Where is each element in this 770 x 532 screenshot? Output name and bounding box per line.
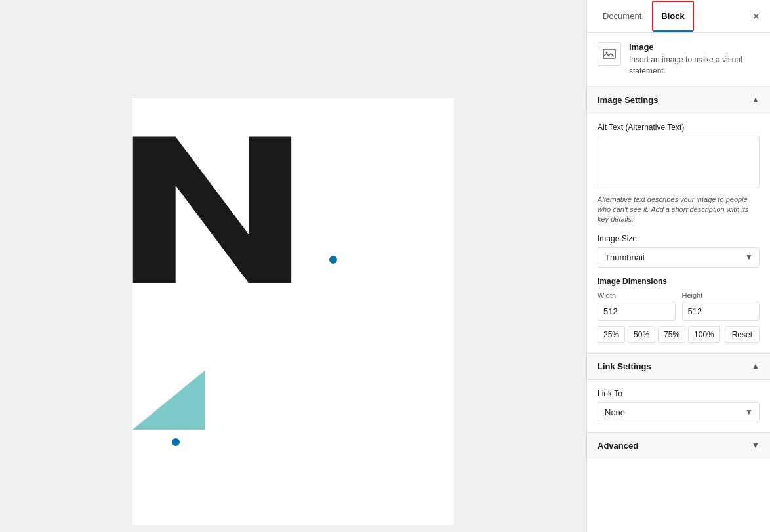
dimensions-label: Image Dimensions — [598, 277, 760, 286]
block-info-text: Image Insert an image to make a visual s… — [629, 42, 760, 77]
image-settings-content: Alt Text (Alternative Text) Alternative … — [587, 113, 770, 353]
dimensions-row: Width Height — [598, 291, 760, 321]
link-to-group: Link To None Media File Attachment Page … — [598, 389, 760, 422]
sidebar: Document Block × Image Insert an image t… — [586, 0, 770, 532]
percent-50-button[interactable]: 50% — [628, 326, 655, 343]
dimensions-section: Image Dimensions Width Height 25% 50% 75… — [598, 277, 760, 343]
width-input[interactable] — [598, 302, 676, 321]
block-info: Image Insert an image to make a visual s… — [587, 33, 770, 87]
tab-block[interactable]: Block — [652, 1, 693, 31]
width-label: Width — [598, 291, 676, 299]
link-settings-header[interactable]: Link Settings ▲ — [587, 353, 770, 380]
triangle-graphic — [132, 371, 205, 430]
block-description: Insert an image to make a visual stateme… — [629, 54, 760, 77]
image-size-select[interactable]: Thumbnail Medium Large Full Size — [598, 247, 760, 268]
alt-text-label: Alt Text (Alternative Text) — [598, 123, 760, 132]
image-settings-title: Image Settings — [598, 95, 658, 105]
image-size-group: Image Size Thumbnail Medium Large Full S… — [598, 234, 760, 268]
image-size-select-wrapper: Thumbnail Medium Large Full Size ▼ — [598, 247, 760, 268]
letter-n-graphic — [132, 125, 329, 295]
link-settings-content: Link To None Media File Attachment Page … — [587, 380, 770, 432]
image-size-label: Image Size — [598, 234, 760, 243]
link-to-label: Link To — [598, 389, 760, 398]
width-group: Width — [598, 291, 676, 321]
height-label: Height — [682, 291, 760, 299]
reset-button[interactable]: Reset — [725, 326, 760, 343]
alt-text-help: Alternative text describes your image to… — [598, 195, 760, 225]
dot-2-graphic — [172, 438, 180, 446]
percent-100-button[interactable]: 100% — [688, 326, 720, 343]
link-to-select-wrapper: None Media File Attachment Page Custom U… — [598, 402, 760, 422]
svg-rect-0 — [603, 49, 615, 58]
advanced-title: Advanced — [598, 441, 638, 451]
link-settings-chevron: ▲ — [752, 361, 760, 371]
link-settings-title: Link Settings — [598, 361, 651, 371]
image-block-icon — [598, 42, 621, 66]
alt-text-group: Alt Text (Alternative Text) Alternative … — [598, 123, 760, 225]
block-title: Image — [629, 42, 760, 52]
advanced-header[interactable]: Advanced ▼ — [587, 432, 770, 459]
tab-document[interactable]: Document — [595, 2, 649, 31]
link-to-select[interactable]: None Media File Attachment Page Custom U… — [598, 402, 760, 422]
image-settings-chevron: ▲ — [752, 95, 760, 104]
height-input[interactable] — [682, 302, 760, 321]
dot-1-graphic — [329, 256, 337, 264]
percent-75-button[interactable]: 75% — [658, 326, 685, 343]
percent-25-button[interactable]: 25% — [598, 326, 625, 343]
height-group: Height — [682, 291, 760, 321]
image-settings-header[interactable]: Image Settings ▲ — [587, 87, 770, 113]
alt-text-input[interactable] — [598, 136, 760, 188]
percent-buttons: 25% 50% 75% 100% Reset — [598, 326, 760, 343]
canvas-area — [0, 0, 586, 532]
sidebar-header: Document Block × — [587, 0, 770, 33]
canvas-content — [132, 98, 454, 525]
close-button[interactable]: × — [750, 8, 762, 25]
advanced-chevron: ▼ — [752, 441, 760, 450]
